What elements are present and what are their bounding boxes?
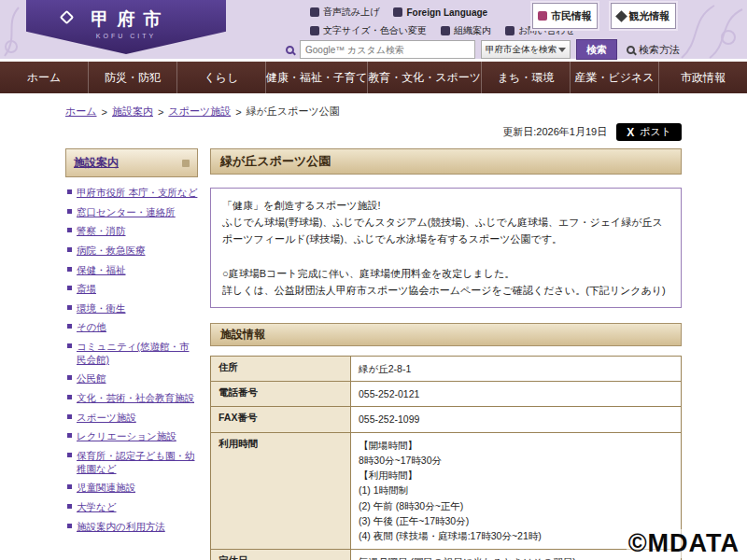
table-row-hours: 利用時間 【開場時間】 8時30分~17時30分 【利用時間】 (1) 1時間制… [211,432,682,549]
sidebar-item-service-centers[interactable]: 窓口センター・連絡所 [67,206,198,219]
sidebar-item-environment-sanitation[interactable]: 環境・衛生 [67,302,198,315]
tourism-icon [615,10,627,22]
tourism-info-label: 観光情報 [629,9,670,23]
citizen-icon [538,11,547,21]
main-navigation: ホーム 防災・防犯 くらし 健康・福祉・子育て 教育・文化・スポーツ まち・環境… [0,62,747,93]
nav-item-industry-business[interactable]: 産業・ビジネス [570,62,658,93]
bullet-icon [67,414,72,419]
breadcrumb-facility-guide[interactable]: 施設案内 [112,105,153,119]
organization-guide-label: 組織案内 [454,24,491,37]
sidebar-item-label: 施設案内の利用方法 [77,521,165,534]
page-title: 緑が丘スポーツ公園 [210,148,682,175]
search-input[interactable] [300,40,475,59]
citizen-info-button[interactable]: 市民情報 [532,3,598,29]
updated-date: 更新日:2026年1月19日 [502,125,607,139]
sidebar-item-funeral-hall[interactable]: 斎場 [67,283,198,296]
facility-intro-text: 「健康」を創造するスポーツ施設! ふじでん球場(野球場)、ふじでんスタジアム(競… [210,188,682,308]
sidebar-item-child-facilities[interactable]: 児童関連施設 [67,482,198,495]
sidebar-item-label: 環境・衛生 [77,302,126,315]
x-logo-icon: X [627,126,634,139]
organization-guide-link[interactable]: 組織案内 [441,24,491,37]
nav-item-education-culture-sports[interactable]: 教育・文化・スポーツ [367,62,481,93]
page: 甲府市 KOFU CITY 音声読み上げ Foreign Language 文字… [0,0,747,560]
watermark: ©MDATA [627,529,741,558]
text-size-color-link[interactable]: 文字サイズ・色合い変更 [310,24,427,37]
sidebar-item-label: コミュニティ(悠遊館・市民会館) [77,341,198,366]
sidebar-item-label: 文化・芸術・社会教育施設 [77,392,194,405]
utility-links-row1: 音声読み上げ Foreign Language [310,6,487,19]
nav-item-town-environment[interactable]: まち・環境 [481,62,570,93]
breadcrumb-separator: > [158,106,163,118]
sidebar-item-hospitals[interactable]: 病院・救急医療 [67,245,198,258]
sidebar-item-label: 警察・消防 [77,225,126,238]
table-row-address: 住所 緑が丘2-8-1 [211,356,682,381]
table-row-phone: 電話番号 055-252-0121 [211,382,682,407]
search-help-label: 検索方法 [639,43,680,57]
sidebar-header[interactable]: 施設案内 [65,148,198,177]
globe-icon [393,7,402,17]
sidebar-item-recreation[interactable]: レクリエーション施設 [67,430,198,443]
sidebar-item-label: その他 [77,321,106,334]
sidebar-item-culture-arts[interactable]: 文化・芸術・社会教育施設 [67,392,198,405]
nav-item-living[interactable]: くらし [176,62,265,93]
content-area: ホーム > 施設案内 > スポーツ施設 > 緑が丘スポーツ公園 更新日:2026… [0,93,747,560]
table-value: 緑が丘2-8-1 [351,356,682,381]
sidebar-item-community[interactable]: コミュニティ(悠遊館・市民会館) [67,341,198,366]
x-post-button[interactable]: X ポスト [616,123,682,141]
bullet-icon [67,453,72,457]
sidebar-item-label: 窓口センター・連絡所 [77,206,176,219]
bullet-icon [67,209,72,214]
nav-item-city-government[interactable]: 市政情報 [658,62,747,93]
search-bar: 甲府市全体を検索 検索 検索方法 [286,39,680,60]
text-size-color-label: 文字サイズ・色合い変更 [323,24,427,37]
facility-info-table: 住所 緑が丘2-8-1 電話番号 055-252-0121 FAX番号 055-… [210,356,682,560]
sidebar-item-others[interactable]: その他 [67,321,198,334]
city-name: 甲府市 [26,0,226,32]
table-value: 055-252-0121 [351,382,682,407]
nav-item-home[interactable]: ホーム [0,62,88,93]
bullet-icon [67,375,72,380]
tourism-info-button[interactable]: 観光情報 [611,3,676,29]
sidebar-item-universities[interactable]: 大学など [67,501,198,514]
search-help-link[interactable]: 検索方法 [627,43,680,57]
x-post-label: ポスト [640,125,671,139]
search-scope-select[interactable]: 甲府市全体を検索 [481,40,571,59]
sidebar-header-icon [182,160,190,167]
table-label: FAX番号 [211,407,351,432]
content-columns: 施設案内 甲府市役所 本庁・支所など 窓口センター・連絡所 警察・消防 病院・救… [65,148,682,560]
bullet-icon [67,484,72,489]
table-label: 住所 [211,356,351,381]
nav-item-disaster-crime[interactable]: 防災・防犯 [88,62,176,93]
search-button[interactable]: 検索 [576,39,617,60]
sidebar-item-label: 甲府市役所 本庁・支所など [77,187,197,200]
sidebar-item-police-fire[interactable]: 警察・消防 [67,225,198,238]
sidebar-item-label: 保育所・認定子ども園・幼稚園など [77,450,198,475]
sidebar-item-city-hall[interactable]: 甲府市役所 本庁・支所など [67,187,198,200]
breadcrumb-separator: > [102,106,107,118]
breadcrumb-home[interactable]: ホーム [65,105,97,119]
bullet-icon [67,524,72,528]
audio-readout-link[interactable]: 音声読み上げ [310,6,379,19]
main-content: 緑が丘スポーツ公園 「健康」を創造するスポーツ施設! ふじでん球場(野球場)、ふ… [210,148,682,560]
sidebar-item-label: 公民館 [77,372,106,385]
sidebar-item-health-welfare[interactable]: 保健・福祉 [67,264,198,277]
city-name-en: KOFU CITY [26,33,226,39]
sidebar-item-community-centers[interactable]: 公民館 [67,372,198,385]
city-logo[interactable]: 甲府市 KOFU CITY [26,0,226,54]
sidebar-item-label: レクリエーション施設 [77,430,176,443]
sidebar-item-nurseries[interactable]: 保育所・認定子ども園・幼稚園など [67,450,198,475]
breadcrumb-sports-facilities[interactable]: スポーツ施設 [168,105,231,119]
nav-item-health-welfare[interactable]: 健康・福祉・子育て [265,62,367,93]
foreign-language-link[interactable]: Foreign Language [393,7,487,18]
sidebar-item-label: 斎場 [77,283,96,296]
bullet-icon [67,433,72,438]
bullet-icon [67,286,72,290]
section-title-facility-info: 施設情報 [210,323,682,346]
search-help-icon [627,46,635,54]
breadcrumb: ホーム > 施設案内 > スポーツ施設 > 緑が丘スポーツ公園 [65,105,682,119]
mail-icon [505,26,514,35]
table-label: 電話番号 [211,382,351,407]
bullet-icon [67,247,72,252]
sidebar-item-how-to-use[interactable]: 施設案内の利用方法 [67,521,198,534]
sidebar-item-sports-facilities[interactable]: スポーツ施設 [67,412,198,425]
